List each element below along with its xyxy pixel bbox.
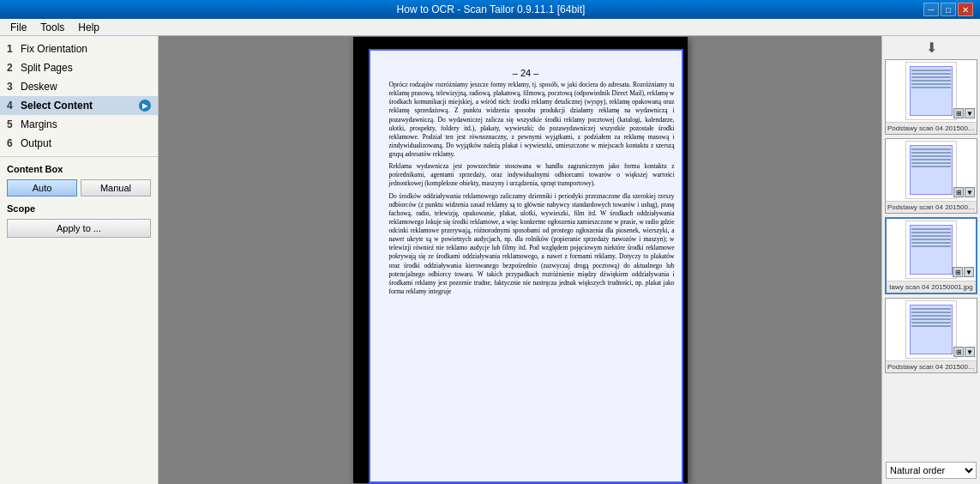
- step-num-5: 5: [7, 118, 21, 130]
- sidebar-item-split-pages[interactable]: 2 Split Pages: [0, 58, 158, 77]
- thumb-icons-4: ⊞ ▼: [953, 347, 975, 357]
- maximize-button[interactable]: □: [941, 3, 956, 16]
- sidebar-item-margins[interactable]: 5 Margins: [0, 115, 158, 134]
- thumb-icons-2: ⊞ ▼: [953, 187, 975, 197]
- window-controls: ─ □ ✕: [923, 3, 973, 16]
- step-num-6: 6: [7, 137, 21, 149]
- thumbnail-4[interactable]: Podstawy scan 04 20150001.jpg ⊞ ▼: [885, 298, 977, 373]
- thumbnail-3[interactable]: tawy scan 04 20150001.jpg ⊞ ▼: [885, 217, 977, 294]
- thumbnail-2[interactable]: Podstawy scan 04 20150000.jpg ⊞ ▼: [885, 138, 977, 214]
- close-button[interactable]: ✕: [958, 3, 973, 16]
- doc-border-top: [353, 37, 688, 49]
- menu-file[interactable]: File: [3, 20, 33, 35]
- thumb-label-4: Podstawy scan 04 20150001.jpg: [886, 360, 977, 372]
- auto-button[interactable]: Auto: [7, 179, 77, 197]
- thumb-menu-btn-2[interactable]: ▼: [965, 187, 975, 197]
- thumb-view-btn-3[interactable]: ⊞: [953, 267, 963, 277]
- thumb-label-3: tawy scan 04 20150001.jpg: [887, 281, 976, 293]
- thumb-menu-btn-4[interactable]: ▼: [965, 347, 975, 357]
- apply-to-button[interactable]: Apply to ...: [7, 219, 151, 238]
- text-paragraph-2: Reklama wydawnicza jest powszechnie stos…: [389, 162, 675, 188]
- thumb-label-2: Podstawy scan 04 20150000.jpg: [886, 201, 977, 213]
- step-label-6: Output: [21, 137, 151, 149]
- step-label-1: Fix Orientation: [21, 43, 151, 55]
- play-icon[interactable]: ▶: [139, 100, 151, 112]
- content-box-buttons: Auto Manual: [7, 179, 151, 197]
- window-title: How to OCR - Scan Tailor 0.9.11.1 [64bit…: [58, 3, 923, 15]
- thumb-label-1: Podstawy scan 04 20150000.jpg: [886, 122, 977, 134]
- step-num-2: 2: [7, 62, 21, 74]
- sidebar-item-fix-orientation[interactable]: 1 Fix Orientation: [0, 39, 158, 58]
- text-paragraph-1: Oprócz rodzajów rozróżniamy jeszcze form…: [389, 81, 675, 159]
- thumb-menu-btn-1[interactable]: ▼: [965, 108, 975, 118]
- thumb-menu-btn-3[interactable]: ▼: [964, 267, 974, 277]
- step-label-2: Split Pages: [21, 62, 151, 74]
- center-area: – 24 – Oprócz rodzajów rozróżniamy jeszc…: [159, 36, 881, 484]
- step-num-1: 1: [7, 43, 21, 55]
- add-page-icon[interactable]: ⬇: [926, 39, 937, 56]
- thumb-view-btn-1[interactable]: ⊞: [953, 108, 964, 118]
- text-paragraph-3: Do środków oddziaływania reklamowego zal…: [389, 192, 675, 297]
- thumb-view-btn-4[interactable]: ⊞: [953, 347, 964, 357]
- natural-order-select[interactable]: Natural order Page order Filename order: [886, 462, 977, 479]
- document-page: – 24 – Oprócz rodzajów rozróżniamy jeszc…: [353, 37, 688, 483]
- manual-button[interactable]: Manual: [81, 179, 151, 197]
- menu-bar: File Tools Help: [0, 19, 980, 36]
- sidebar-item-output[interactable]: 6 Output: [0, 134, 158, 153]
- doc-border-left: [353, 37, 369, 483]
- menu-tools[interactable]: Tools: [33, 20, 71, 35]
- title-bar: How to OCR - Scan Tailor 0.9.11.1 [64bit…: [0, 0, 980, 19]
- content-selection-box[interactable]: – 24 – Oprócz rodzajów rozróżniamy jeszc…: [369, 49, 683, 483]
- step-label-5: Margins: [21, 118, 151, 130]
- step-num-3: 3: [7, 81, 21, 93]
- thumb-view-btn-2[interactable]: ⊞: [953, 187, 964, 197]
- minimize-button[interactable]: ─: [923, 3, 939, 16]
- document-text: Oprócz rodzajów rozróżniamy jeszcze form…: [389, 81, 675, 299]
- doc-border-right: [683, 37, 688, 483]
- page-number: – 24 –: [513, 68, 539, 78]
- sidebar-item-deskew[interactable]: 3 Deskew: [0, 77, 158, 96]
- content-box-label: Content Box: [7, 164, 151, 174]
- main-layout: 1 Fix Orientation 2 Split Pages 3 Deskew…: [0, 36, 980, 484]
- step-label-3: Deskew: [21, 81, 151, 93]
- scope-label: Scope: [7, 203, 151, 214]
- sidebar: 1 Fix Orientation 2 Split Pages 3 Deskew…: [0, 36, 159, 484]
- thumbnail-1[interactable]: Podstawy scan 04 20150000.jpg ⊞ ▼: [885, 59, 977, 135]
- step-label-4: Select Content: [21, 100, 139, 112]
- right-panel: ⬇ Podstawy scan 04 20150000.jpg ⊞ ▼: [881, 36, 980, 484]
- thumb-icons-3: ⊞ ▼: [953, 267, 974, 277]
- step-num-4: 4: [7, 100, 21, 112]
- order-dropdown-container: Natural order Page order Filename order: [884, 460, 978, 481]
- sidebar-item-select-content[interactable]: 4 Select Content ▶: [0, 96, 158, 115]
- menu-help[interactable]: Help: [71, 20, 106, 35]
- content-box-section: Content Box Auto Manual Scope Apply to .…: [0, 156, 158, 245]
- thumb-icons-1: ⊞ ▼: [953, 108, 975, 118]
